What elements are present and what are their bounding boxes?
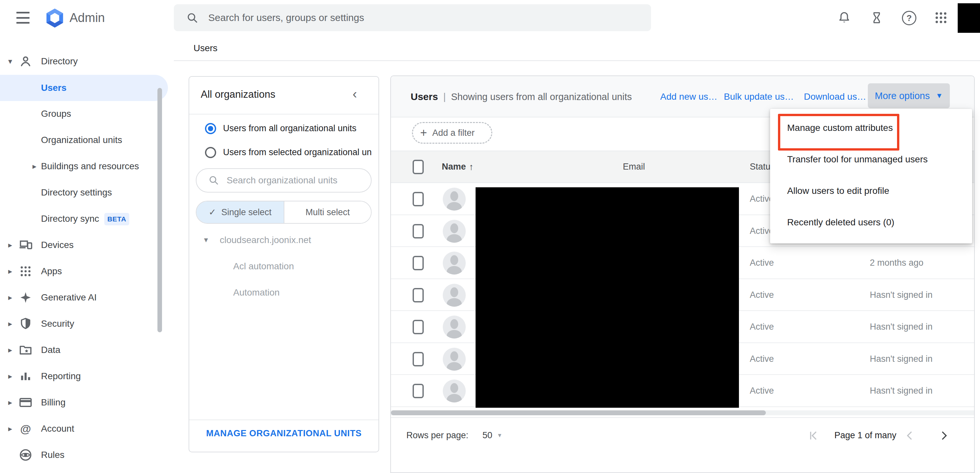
manage-org-units-link[interactable]: MANAGE ORGANIZATIONAL UNITS bbox=[189, 428, 379, 438]
hourglass-icon[interactable] bbox=[869, 11, 884, 25]
shield-icon bbox=[18, 317, 33, 331]
caret-right-icon[interactable]: ▸ bbox=[5, 416, 16, 442]
multi-select-option[interactable]: Multi select bbox=[284, 201, 371, 223]
last-sign-in-cell: Hasn't signed in bbox=[870, 311, 932, 343]
status-cell: Active bbox=[750, 279, 774, 311]
search-icon bbox=[186, 12, 199, 24]
help-icon[interactable]: ? bbox=[902, 11, 916, 25]
status-cell: Active bbox=[750, 311, 774, 343]
sidebar-item-directory-settings[interactable]: Directory settings bbox=[0, 180, 174, 205]
sidebar-item-users[interactable]: Users bbox=[0, 75, 174, 101]
sidebar-item-reporting[interactable]: ▸ Reporting bbox=[0, 363, 174, 389]
single-select-option[interactable]: ✓ Single select bbox=[196, 201, 284, 223]
caret-right-icon[interactable]: ▸ bbox=[5, 258, 16, 284]
more-options-label: More options bbox=[875, 91, 930, 101]
caret-right-icon[interactable]: ▸ bbox=[5, 389, 16, 416]
sidebar-item-security[interactable]: ▸ Security bbox=[0, 311, 174, 337]
radio-selected-org-units[interactable] bbox=[205, 147, 216, 158]
radio-all-org-units[interactable] bbox=[205, 123, 216, 134]
caret-right-icon[interactable]: ▸ bbox=[29, 153, 40, 180]
horizontal-scrollbar-thumb[interactable] bbox=[391, 410, 766, 415]
account-avatar[interactable] bbox=[958, 3, 980, 33]
sidebar-item-directory-sync[interactable]: Directory sync BETA bbox=[0, 205, 174, 232]
caret-right-icon[interactable]: ▸ bbox=[5, 337, 16, 363]
caret-down-icon[interactable]: ▾ bbox=[204, 235, 208, 244]
sidebar-item-label: Billing bbox=[41, 389, 65, 416]
first-page-icon[interactable] bbox=[807, 429, 820, 442]
org-tree-item[interactable]: Automation bbox=[233, 287, 280, 298]
check-icon: ✓ bbox=[208, 207, 216, 218]
sidebar-item-label: Generative AI bbox=[41, 284, 97, 311]
sidebar-item-groups[interactable]: Groups bbox=[0, 101, 174, 127]
notifications-bell-icon[interactable] bbox=[837, 11, 851, 25]
row-checkbox[interactable] bbox=[413, 224, 424, 239]
row-checkbox[interactable] bbox=[413, 352, 424, 366]
admin-console: Admin Search for users, groups or settin… bbox=[0, 0, 980, 473]
column-header-email[interactable]: Email bbox=[623, 151, 645, 182]
caret-down-icon[interactable]: ▾ bbox=[5, 48, 16, 75]
sidebar-item-buildings-and-resources[interactable]: ▸ Buildings and resources bbox=[0, 153, 174, 180]
sidebar-item-organizational-units[interactable]: Organizational units bbox=[0, 127, 174, 153]
apps-grid-icon[interactable] bbox=[934, 11, 948, 25]
select-all-checkbox[interactable] bbox=[413, 160, 424, 174]
sidebar-item-label: Directory settings bbox=[41, 180, 112, 205]
last-sign-in-cell: Hasn't signed in bbox=[870, 375, 932, 407]
eye-icon bbox=[18, 448, 33, 462]
row-checkbox[interactable] bbox=[413, 256, 424, 270]
org-tree-item[interactable]: Acl automation bbox=[233, 261, 294, 272]
global-search-input[interactable]: Search for users, groups or settings bbox=[174, 4, 651, 31]
caret-right-icon[interactable]: ▸ bbox=[5, 363, 16, 389]
panel-subtitle: Showing users from all organizational un… bbox=[451, 91, 632, 102]
redacted-user-data-block bbox=[476, 187, 739, 408]
row-checkbox[interactable] bbox=[413, 320, 424, 334]
sidebar-item-label: Rules bbox=[41, 442, 65, 468]
sidebar-scrollbar[interactable] bbox=[158, 88, 162, 332]
folder-star-icon bbox=[18, 343, 33, 357]
caret-right-icon[interactable]: ▸ bbox=[5, 232, 16, 258]
sidebar-item-account[interactable]: ▸ @ Account bbox=[0, 416, 174, 442]
add-filter-label: Add a filter bbox=[432, 128, 474, 138]
collapse-chevron-icon[interactable]: ‹ bbox=[353, 87, 357, 101]
sidebar-item-label: Groups bbox=[41, 101, 71, 127]
row-checkbox[interactable] bbox=[413, 192, 424, 206]
next-page-icon[interactable] bbox=[937, 429, 950, 442]
more-options-button[interactable]: More options ▼ bbox=[868, 83, 950, 108]
add-filter-chip[interactable]: + Add a filter bbox=[412, 122, 492, 144]
beta-badge: BETA bbox=[104, 213, 129, 225]
caret-right-icon[interactable]: ▸ bbox=[5, 284, 16, 311]
add-new-user-link[interactable]: Add new us… bbox=[660, 76, 717, 118]
sidebar-item-data[interactable]: ▸ Data bbox=[0, 337, 174, 363]
menu-item-allow-edit-profile[interactable]: Allow users to edit profile bbox=[787, 175, 964, 207]
user-avatar bbox=[443, 284, 466, 307]
highlight-annotation-box bbox=[778, 114, 899, 151]
multi-select-label: Multi select bbox=[305, 207, 350, 218]
sidebar-item-directory[interactable]: ▾ Directory bbox=[0, 48, 174, 75]
search-placeholder: Search for users, groups or settings bbox=[208, 12, 364, 23]
sidebar-item-label: Directory sync bbox=[41, 205, 99, 232]
sidebar-item-label: Devices bbox=[41, 232, 74, 258]
sidebar-item-generative-ai[interactable]: ▸ Generative AI bbox=[0, 284, 174, 311]
rows-per-page-select[interactable]: 50 ▼ bbox=[482, 430, 503, 441]
search-icon bbox=[208, 175, 220, 186]
org-units-search-input[interactable]: Search organizational units bbox=[196, 168, 372, 193]
last-sign-in-cell: Hasn't signed in bbox=[870, 343, 932, 375]
sidebar-item-devices[interactable]: ▸ Devices bbox=[0, 232, 174, 258]
dropdown-arrow-icon: ▼ bbox=[936, 91, 943, 100]
menu-item-recently-deleted-users[interactable]: Recently deleted users (0) bbox=[787, 207, 964, 238]
column-header-name[interactable]: Name bbox=[442, 151, 466, 182]
org-search-placeholder: Search organizational units bbox=[227, 175, 337, 186]
previous-page-icon[interactable] bbox=[903, 429, 916, 442]
sidebar-item-rules[interactable]: Rules bbox=[0, 442, 174, 468]
sidebar-item-apps[interactable]: ▸ Apps bbox=[0, 258, 174, 284]
row-checkbox[interactable] bbox=[413, 384, 424, 398]
row-checkbox[interactable] bbox=[413, 288, 424, 303]
hamburger-menu-icon[interactable] bbox=[16, 12, 30, 24]
breadcrumb: Users bbox=[194, 43, 218, 54]
divider bbox=[391, 417, 974, 418]
caret-right-icon[interactable]: ▸ bbox=[5, 311, 16, 337]
select-arrow-icon: ▼ bbox=[497, 432, 503, 439]
sidebar-item-billing[interactable]: ▸ Billing bbox=[0, 389, 174, 416]
org-tree-root[interactable]: cloudsearch.joonix.net bbox=[220, 235, 311, 245]
sidebar-item-label: Buildings and resources bbox=[41, 153, 139, 180]
sort-ascending-icon[interactable]: ↑ bbox=[469, 151, 474, 182]
